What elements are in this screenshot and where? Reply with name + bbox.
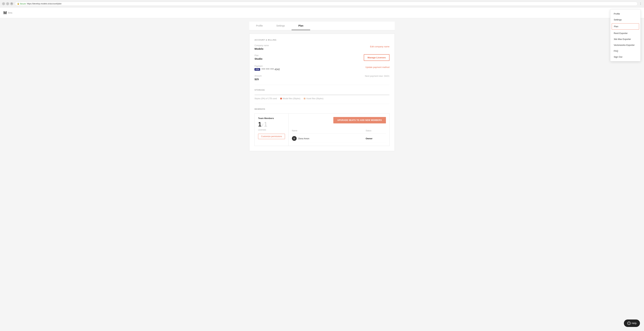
tab-profile[interactable]: Profile xyxy=(249,22,270,30)
model-files-legend: Model files (0bytes) xyxy=(280,97,300,100)
licenses-label: Licenses xyxy=(258,129,285,131)
table-header: Name Status xyxy=(292,129,386,133)
edit-company-name-link[interactable]: Edit company name xyxy=(370,45,390,48)
url-text: https://develop.modelo.io/account/plan xyxy=(27,2,62,5)
dropdown-item-vectorworks[interactable]: Vectorworks Exporter xyxy=(610,42,640,48)
license-count: 1 / 1 xyxy=(258,121,285,128)
plan-value: Studio xyxy=(254,57,262,60)
logo-area: M Beta xyxy=(4,11,12,15)
model-files-text: Model files (0bytes) xyxy=(283,97,300,100)
payment-info: VISA **** **** **** 4242 xyxy=(254,68,280,71)
license-total: 1 xyxy=(264,121,268,128)
asset-files-dot xyxy=(304,98,306,99)
payment-row: Payment VISA **** **** **** 4242 Update … xyxy=(254,65,390,71)
visa-badge: VISA xyxy=(254,68,260,71)
storage-title: STORAGE xyxy=(254,89,390,91)
content-card: ACCOUNT & BILLING Company name Modelo Ed… xyxy=(249,34,395,151)
card-number: **** **** **** 4242 xyxy=(262,68,280,71)
forward-button[interactable]: → xyxy=(6,2,9,5)
asset-files-text: Asset files (0bytes) xyxy=(306,97,323,100)
refresh-button[interactable]: ↻ xyxy=(10,2,13,5)
amount-left: Amount $25 xyxy=(254,75,262,81)
storage-section: STORAGE 0bytes (0%) of 1TB used Model fi… xyxy=(254,89,390,100)
secure-badge: 🔒 Secure xyxy=(17,2,26,5)
payment-label: Payment xyxy=(254,65,280,67)
dropdown-item-3dsmax[interactable]: 3ds Max Exporter xyxy=(610,36,640,42)
company-name-row: Company name Modelo Edit company name xyxy=(254,44,390,50)
team-members-label: Team Members xyxy=(258,117,285,119)
members-table: Name Status D Dora Amon Owner xyxy=(292,129,386,142)
company-name-left: Company name Modelo xyxy=(254,44,269,50)
main-content: Profile Settings Plan ACCOUNT & BILLING … xyxy=(246,18,398,155)
dropdown-item-signout[interactable]: Sign Out xyxy=(610,54,640,60)
manage-licenses-button[interactable]: Manage Licenses xyxy=(364,54,390,61)
company-name-label: Company name xyxy=(254,44,269,47)
account-billing-title: ACCOUNT & BILLING xyxy=(254,39,390,41)
back-button[interactable]: ← xyxy=(2,2,5,5)
tab-settings[interactable]: Settings xyxy=(270,22,292,30)
col-name-header: Name xyxy=(292,129,366,132)
billing-divider xyxy=(254,85,390,85)
customize-permissions-button[interactable]: Customize permissions xyxy=(258,134,285,139)
members-list: D Dora Amon Owner xyxy=(292,135,386,142)
table-row: D Dora Amon Owner xyxy=(292,135,386,142)
payment-left: Payment VISA **** **** **** 4242 xyxy=(254,65,280,71)
members-section: MEMBERS Team Members 1 / 1 Licenses Cust… xyxy=(254,108,390,146)
amount-value: $25 xyxy=(254,78,262,81)
members-layout: Team Members 1 / 1 Licenses Customize pe… xyxy=(254,113,390,146)
asset-files-legend: Asset files (0bytes) xyxy=(304,97,323,100)
tabs-bar: Profile Settings Plan xyxy=(249,22,395,30)
browser-controls: ← → ↻ xyxy=(2,2,13,5)
model-files-dot xyxy=(280,98,282,99)
browser-chrome: ← → ↻ 🔒 Secure https://develop.modelo.io… xyxy=(0,0,644,7)
license-current: 1 xyxy=(258,121,262,128)
update-payment-link[interactable]: Update payment method xyxy=(366,66,390,68)
logo-beta: Beta xyxy=(8,12,12,14)
lock-icon: 🔒 xyxy=(17,2,20,5)
plan-left: Plan Studio xyxy=(254,54,262,60)
storage-used-text: 0bytes (0%) of 1TB used xyxy=(254,97,277,100)
storage-bar-container xyxy=(254,94,390,95)
plan-label: Plan xyxy=(254,54,262,57)
member-status: Owner xyxy=(366,137,386,140)
plan-row: Plan Studio Manage Licenses xyxy=(254,54,390,61)
dropdown-menu: ProfileSettingsPlanRevit Exporter3ds Max… xyxy=(610,9,640,61)
address-bar[interactable]: 🔒 Secure https://develop.modelo.io/accou… xyxy=(15,2,638,6)
dropdown-item-plan[interactable]: Plan xyxy=(612,23,639,29)
dropdown-item-faq[interactable]: FAQ xyxy=(610,48,640,54)
account-billing-section: ACCOUNT & BILLING Company name Modelo Ed… xyxy=(254,39,390,81)
browser-menu-icon[interactable]: ⋮ xyxy=(639,2,642,5)
license-slash: / xyxy=(262,123,263,127)
col-status-header: Status xyxy=(366,129,386,132)
next-payment-text: Next payment due: 04/21 xyxy=(365,75,390,77)
tab-plan[interactable]: Plan xyxy=(292,22,310,30)
company-name-value: Modelo xyxy=(254,47,269,50)
app-header: M Beta D xyxy=(0,7,644,18)
amount-label: Amount xyxy=(254,75,262,77)
dropdown-item-settings[interactable]: Settings xyxy=(610,17,640,23)
member-avatar: D xyxy=(292,136,297,141)
storage-info: 0bytes (0%) of 1TB used Model files (0by… xyxy=(254,97,390,100)
dropdown-item-profile[interactable]: Profile xyxy=(610,11,640,17)
members-right-panel: UPGRADE SEATS TO ADD NEW MEMBERS Name St… xyxy=(288,114,389,146)
dropdown-item-revit[interactable]: Revit Exporter xyxy=(610,30,640,36)
upgrade-seats-button[interactable]: UPGRADE SEATS TO ADD NEW MEMBERS xyxy=(333,117,386,123)
member-name: Dora Amon xyxy=(298,137,366,140)
members-title: MEMBERS xyxy=(254,108,390,110)
members-left-panel: Team Members 1 / 1 Licenses Customize pe… xyxy=(255,114,288,146)
amount-row: Amount $25 Next payment due: 04/21 xyxy=(254,75,390,81)
logo-m: M xyxy=(4,11,7,15)
